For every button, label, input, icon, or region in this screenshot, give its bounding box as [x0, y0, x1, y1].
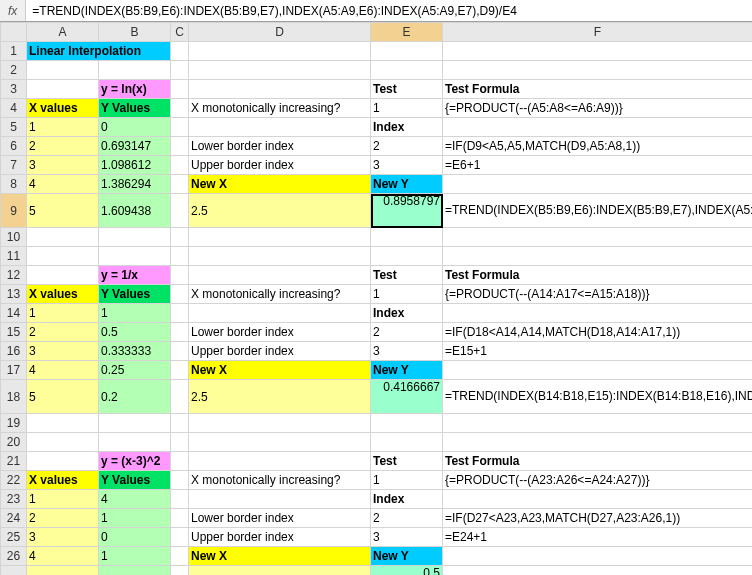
y-value[interactable]: 0	[99, 118, 171, 137]
x-value[interactable]: 5	[27, 566, 99, 576]
row-header[interactable]: 11	[1, 247, 27, 266]
cell[interactable]	[171, 175, 189, 194]
cell[interactable]	[171, 266, 189, 285]
cell[interactable]	[171, 137, 189, 156]
newx-value[interactable]: 2.5	[189, 194, 371, 228]
row-header[interactable]: 4	[1, 99, 27, 118]
row-header[interactable]: 17	[1, 361, 27, 380]
row-header[interactable]: 18	[1, 380, 27, 414]
newx-label[interactable]: New X	[189, 175, 371, 194]
y-value[interactable]: 1.098612	[99, 156, 171, 175]
fn-label[interactable]: y = (x-3)^2	[99, 452, 171, 471]
col-header-D[interactable]: D	[189, 23, 371, 42]
x-header[interactable]: X values	[27, 285, 99, 304]
lower-label[interactable]: Lower border index	[189, 323, 371, 342]
cell[interactable]	[171, 156, 189, 175]
test-formula-header[interactable]: Test Formula	[443, 452, 753, 471]
cell[interactable]	[443, 490, 753, 509]
corner-cell[interactable]	[1, 23, 27, 42]
y-value[interactable]: 1	[99, 304, 171, 323]
y-value[interactable]: 0.5	[99, 323, 171, 342]
x-value[interactable]: 4	[27, 361, 99, 380]
y-value[interactable]: 0.25	[99, 361, 171, 380]
cell[interactable]	[171, 528, 189, 547]
row-header[interactable]: 8	[1, 175, 27, 194]
cell[interactable]	[99, 433, 171, 452]
test-header[interactable]: Test	[371, 452, 443, 471]
cell[interactable]	[27, 61, 99, 80]
upper-index[interactable]: 3	[371, 156, 443, 175]
test-formula-header[interactable]: Test Formula	[443, 266, 753, 285]
lower-formula[interactable]: =IF(D27<A23,A23,MATCH(D27,A23:A26,1))	[443, 509, 753, 528]
row-header[interactable]: 25	[1, 528, 27, 547]
cell[interactable]	[171, 471, 189, 490]
col-header-F[interactable]: F	[443, 23, 753, 42]
newy-value[interactable]: 0.4166667	[371, 380, 443, 414]
spreadsheet-grid[interactable]: A B C D E F 1 Linear Interpolation 2 3 y…	[0, 22, 752, 575]
lower-label[interactable]: Lower border index	[189, 509, 371, 528]
upper-label[interactable]: Upper border index	[189, 156, 371, 175]
cell[interactable]	[189, 414, 371, 433]
x-value[interactable]: 5	[27, 380, 99, 414]
newx-value[interactable]: 2.5	[189, 566, 371, 576]
y-header[interactable]: Y Values	[99, 471, 171, 490]
row-header[interactable]: 23	[1, 490, 27, 509]
cell[interactable]	[371, 228, 443, 247]
upper-formula[interactable]: =E6+1	[443, 156, 753, 175]
row-header[interactable]: 12	[1, 266, 27, 285]
fn-label[interactable]: y = 1/x	[99, 266, 171, 285]
cell[interactable]	[171, 194, 189, 228]
test-value[interactable]: 1	[371, 285, 443, 304]
cell[interactable]	[443, 228, 753, 247]
test-header[interactable]: Test	[371, 266, 443, 285]
cell[interactable]	[171, 323, 189, 342]
index-header[interactable]: Index	[371, 304, 443, 323]
index-header[interactable]: Index	[371, 490, 443, 509]
cell[interactable]	[443, 304, 753, 323]
newy-label[interactable]: New Y	[371, 361, 443, 380]
cell[interactable]	[443, 175, 753, 194]
row-header[interactable]: 1	[1, 42, 27, 61]
test-value[interactable]: 1	[371, 471, 443, 490]
test-formula-cell[interactable]: {=PRODUCT(--(A23:A26<=A24:A27))}	[443, 471, 753, 490]
newy-formula[interactable]: =TREND(INDEX(B23:B27,E24):INDEX(B23:B27,…	[443, 566, 753, 576]
cell[interactable]	[27, 80, 99, 99]
y-value[interactable]: 1.609438	[99, 194, 171, 228]
row-header[interactable]: 9	[1, 194, 27, 228]
row-header[interactable]: 3	[1, 80, 27, 99]
test-formula-cell[interactable]: {=PRODUCT(--(A14:A17<=A15:A18))}	[443, 285, 753, 304]
cell[interactable]	[171, 547, 189, 566]
cell[interactable]	[189, 266, 371, 285]
row-header[interactable]: 2	[1, 61, 27, 80]
x-value[interactable]: 3	[27, 342, 99, 361]
lower-index[interactable]: 2	[371, 323, 443, 342]
cell[interactable]	[171, 414, 189, 433]
y-header[interactable]: Y Values	[99, 99, 171, 118]
lower-index[interactable]: 2	[371, 137, 443, 156]
cell[interactable]	[443, 247, 753, 266]
x-value[interactable]: 2	[27, 323, 99, 342]
row-header[interactable]: 10	[1, 228, 27, 247]
x-value[interactable]: 1	[27, 118, 99, 137]
lower-formula[interactable]: =IF(D18<A14,A14,MATCH(D18,A14:A17,1))	[443, 323, 753, 342]
cell[interactable]	[189, 433, 371, 452]
row-header[interactable]: 19	[1, 414, 27, 433]
upper-formula[interactable]: =E15+1	[443, 342, 753, 361]
lower-index[interactable]: 2	[371, 509, 443, 528]
x-value[interactable]: 4	[27, 175, 99, 194]
cell[interactable]	[189, 247, 371, 266]
upper-formula[interactable]: =E24+1	[443, 528, 753, 547]
x-header[interactable]: X values	[27, 99, 99, 118]
y-value[interactable]: 4	[99, 566, 171, 576]
newy-label[interactable]: New Y	[371, 175, 443, 194]
row-header[interactable]: 20	[1, 433, 27, 452]
cell[interactable]	[171, 566, 189, 576]
newy-value[interactable]: 0.5	[371, 566, 443, 576]
cell[interactable]	[443, 61, 753, 80]
cell[interactable]	[27, 414, 99, 433]
y-header[interactable]: Y Values	[99, 285, 171, 304]
newy-label[interactable]: New Y	[371, 547, 443, 566]
cell[interactable]	[171, 247, 189, 266]
cell[interactable]	[99, 247, 171, 266]
y-value[interactable]: 0	[99, 528, 171, 547]
